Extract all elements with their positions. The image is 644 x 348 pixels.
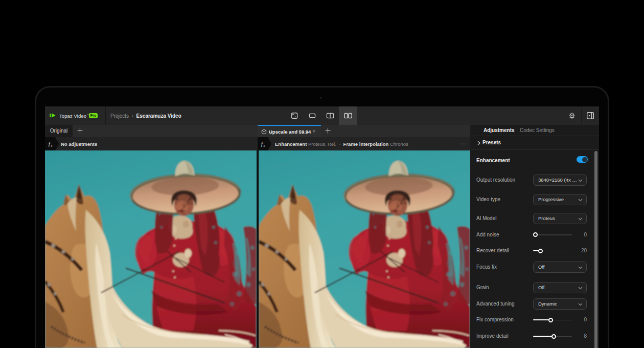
svg-text:x: x (51, 144, 53, 147)
svg-text:x: x (263, 144, 265, 147)
